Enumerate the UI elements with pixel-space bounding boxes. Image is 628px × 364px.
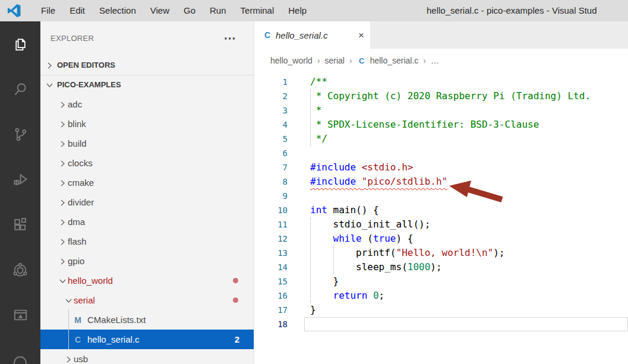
files-icon[interactable] <box>0 21 40 67</box>
window-title: hello_serial.c - pico-examples - Visual … <box>427 0 597 21</box>
code-line-11[interactable]: 11 stdio_init_all(); <box>254 217 628 232</box>
indent-guide <box>310 132 311 146</box>
code-line-12[interactable]: 12 while (true) { <box>254 232 628 246</box>
security-shield-icon[interactable] <box>0 247 40 292</box>
breadcrumb-separator-icon: › <box>423 56 426 65</box>
breadcrumb-item[interactable]: … <box>431 56 439 65</box>
problem-dot <box>233 297 238 303</box>
code-line-16[interactable]: 16 return 0; <box>254 289 628 303</box>
code-line-8[interactable]: 8#include "pico/stdlib.h" <box>254 175 628 189</box>
indent-guide <box>310 274 311 289</box>
line-number: 17 <box>254 303 304 317</box>
line-number: 15 <box>254 274 304 289</box>
tree-item-label: flash <box>68 236 87 246</box>
code-line-10[interactable]: 10int main() { <box>254 203 628 217</box>
code-line-6[interactable]: 6 <box>254 146 628 160</box>
tree-indent-guide <box>68 309 69 350</box>
code-line-4[interactable]: 4 * SPDX-License-Identifier: BSD-3-Claus… <box>254 118 628 132</box>
tree-item-build[interactable]: build <box>40 134 254 153</box>
section-open-editors[interactable]: OPEN EDITORS <box>40 55 254 75</box>
code-line-text: sleep_ms(1000); <box>304 260 628 274</box>
chevron-right-icon <box>57 198 68 207</box>
chevron-down-icon <box>44 80 55 90</box>
sidebar-title: EXPLORER <box>51 34 94 43</box>
tree-item-divider[interactable]: divider <box>40 192 254 212</box>
line-number: 6 <box>254 146 304 160</box>
code-line-7[interactable]: 7#include <stdio.h> <box>254 160 628 175</box>
breadcrumb-item[interactable]: hello_serial.c <box>370 56 419 65</box>
menu-file[interactable]: File <box>34 0 62 21</box>
tree-item-label: blink <box>68 119 86 129</box>
chevron-right-icon <box>57 159 68 168</box>
more-actions-icon[interactable]: ⋯ <box>224 35 236 41</box>
indent-guide <box>310 260 311 274</box>
menu-selection[interactable]: Selection <box>92 0 143 21</box>
code-line-text: * Copyright (c) 2020 Raspberry Pi (Tradi… <box>304 89 628 103</box>
menu-help[interactable]: Help <box>281 0 314 21</box>
account-icon[interactable] <box>0 337 40 364</box>
indent-guide <box>310 246 311 260</box>
code-line-14[interactable]: 14 sleep_ms(1000); <box>254 260 628 274</box>
line-number: 2 <box>254 89 304 103</box>
tree-item-gpio[interactable]: gpio <box>40 251 254 271</box>
chevron-right-icon <box>57 139 68 148</box>
code-line-18[interactable]: 18 <box>254 317 628 331</box>
error-squiggle: #include "pico/stdlib.h" <box>310 176 447 187</box>
line-number: 14 <box>254 260 304 274</box>
indent-guide <box>310 89 311 103</box>
indent-guide <box>310 232 311 246</box>
tree-item-label: hello_serial.c <box>87 334 140 344</box>
menu-terminal[interactable]: Terminal <box>233 0 282 21</box>
code-line-2[interactable]: 2 * Copyright (c) 2020 Raspberry Pi (Tra… <box>254 89 628 103</box>
breadcrumb-item[interactable]: hello_world <box>270 56 313 65</box>
tree-item-cmakelists-txt[interactable]: MCMakeLists.txt <box>40 310 254 330</box>
code-line-3[interactable]: 3 * <box>254 103 628 118</box>
activity-bar <box>0 21 40 364</box>
line-number: 3 <box>254 103 304 118</box>
serial-monitor-icon[interactable] <box>0 292 40 337</box>
code-line-text <box>304 317 628 331</box>
code-line-1[interactable]: 1/** <box>254 75 628 89</box>
search-icon[interactable] <box>0 67 40 112</box>
extensions-icon[interactable] <box>0 202 40 247</box>
section-pico-examples[interactable]: PICO-EXAMPLES <box>40 75 254 94</box>
code-line-text <box>304 189 628 203</box>
c-file-icon: C <box>263 30 272 40</box>
code-line-17[interactable]: 17} <box>254 303 628 317</box>
line-number: 1 <box>254 75 304 89</box>
tree-item-serial[interactable]: serial <box>40 290 254 310</box>
tree-item-flash[interactable]: flash <box>40 232 254 251</box>
tree-item-label: clocks <box>68 158 93 168</box>
tab-hello-serial[interactable]: C hello_serial.c × <box>254 21 370 49</box>
code-line-text: } <box>304 274 628 289</box>
c-file-icon: C <box>357 56 367 65</box>
breadcrumb-separator-icon: › <box>317 56 320 65</box>
source-control-icon[interactable] <box>0 112 40 157</box>
menu-edit[interactable]: Edit <box>62 0 92 21</box>
breadcrumb-item[interactable]: serial <box>325 56 345 65</box>
tree-item-hello-serial-c[interactable]: Chello_serial.c2 <box>40 330 254 349</box>
menu-run[interactable]: Run <box>203 0 233 21</box>
sidebar-header: EXPLORER ⋯ <box>40 21 254 55</box>
menu-view[interactable]: View <box>143 0 176 21</box>
code-line-15[interactable]: 15 } <box>254 274 628 289</box>
tree-item-hello-world[interactable]: hello_world <box>40 271 254 290</box>
menu-go[interactable]: Go <box>176 0 203 21</box>
code-line-text <box>304 146 628 160</box>
tree-item-dma[interactable]: dma <box>40 212 254 232</box>
code-line-5[interactable]: 5 */ <box>254 132 628 146</box>
run-and-debug-icon[interactable] <box>0 157 40 202</box>
chevron-right-icon <box>57 217 68 227</box>
code-line-text: * <box>304 103 628 118</box>
tree-item-usb[interactable]: usb <box>40 349 254 364</box>
chevron-right-icon <box>63 354 74 364</box>
tree-item-blink[interactable]: blink <box>40 114 254 134</box>
code-line-9[interactable]: 9 <box>254 189 628 203</box>
tree-item-cmake[interactable]: cmake <box>40 173 254 192</box>
close-icon[interactable]: × <box>358 30 364 40</box>
tree-item-adc[interactable]: adc <box>40 94 254 114</box>
tree-item-clocks[interactable]: clocks <box>40 153 254 173</box>
code-editor[interactable]: 1/**2 * Copyright (c) 2020 Raspberry Pi … <box>254 72 628 364</box>
code-line-13[interactable]: 13 printf("Hello, world!\n"); <box>254 246 628 260</box>
line-number: 11 <box>254 217 304 232</box>
